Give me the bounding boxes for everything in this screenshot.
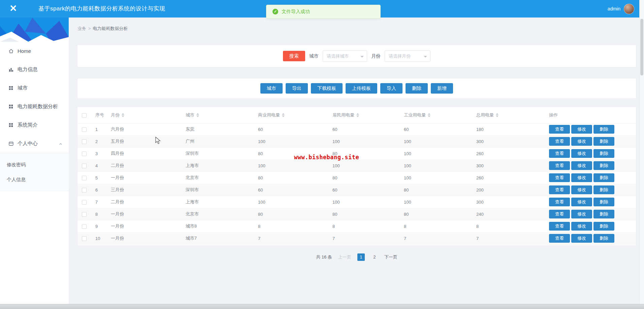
delete-row-button[interactable]: 删除 <box>593 185 614 194</box>
delete-row-button[interactable]: 删除 <box>593 234 614 243</box>
view-button[interactable]: 查看 <box>549 185 570 194</box>
sidebar-item-power-info[interactable]: 电力信息 <box>0 60 69 79</box>
edit-button[interactable]: 修改 <box>571 210 592 218</box>
delete-row-button[interactable]: 删除 <box>593 173 614 182</box>
pagination-next-button[interactable]: 下一页 <box>384 254 397 260</box>
sidebar-item-power-analysis[interactable]: 电力能耗数据分析 <box>0 97 69 116</box>
sort-carets-icon[interactable] <box>428 113 430 117</box>
watermark: www.bishebang.site <box>294 154 359 161</box>
delete-row-button[interactable]: 删除 <box>593 198 614 206</box>
scrollbar-thumb[interactable] <box>640 19 643 75</box>
row-checkbox[interactable] <box>82 151 87 156</box>
pagination-page-1[interactable]: 1 <box>357 253 365 261</box>
add-button[interactable]: 新增 <box>431 83 453 94</box>
pagination-page-2[interactable]: 2 <box>371 253 378 261</box>
edit-button[interactable]: 修改 <box>571 173 592 182</box>
edit-button[interactable]: 修改 <box>571 149 592 158</box>
view-button[interactable]: 查看 <box>549 234 570 243</box>
app-logo-x-icon[interactable]: ✕ <box>9 3 17 13</box>
breadcrumb: 业务>电力能耗数据分析 <box>77 26 128 32</box>
delete-row-button[interactable]: 删除 <box>593 125 614 134</box>
view-button[interactable]: 查看 <box>549 125 570 134</box>
breadcrumb-separator: > <box>88 26 91 31</box>
edit-button[interactable]: 修改 <box>571 185 592 194</box>
cell-resident: 100 <box>328 196 399 208</box>
month-select-placeholder: 请选择月份 <box>389 53 411 59</box>
row-checkbox[interactable] <box>82 236 87 241</box>
delete-row-button[interactable]: 删除 <box>593 222 614 231</box>
column-header-total[interactable]: 总用电量 <box>472 107 545 123</box>
cell-month: 二月份 <box>106 196 181 208</box>
row-checkbox[interactable] <box>82 164 87 168</box>
export-button[interactable]: 导出 <box>286 83 308 94</box>
sidebar-subitem-change-password[interactable]: 修改密码 <box>0 157 69 172</box>
column-header-resident[interactable]: 居民用电量 <box>328 107 399 123</box>
select-all-checkbox[interactable] <box>82 113 87 118</box>
column-header-commercial[interactable]: 商业用电量 <box>254 107 328 123</box>
cell-total: 300 <box>472 135 545 147</box>
sidebar-item-city[interactable]: 城市 <box>0 79 69 97</box>
sidebar-item-label: 个人中心 <box>18 140 38 147</box>
sort-carets-icon[interactable] <box>122 113 124 117</box>
view-button[interactable]: 查看 <box>549 173 570 182</box>
view-button[interactable]: 查看 <box>549 222 570 231</box>
sort-carets-icon[interactable] <box>196 113 199 117</box>
cell-total: 300 <box>472 196 545 208</box>
edit-button[interactable]: 修改 <box>571 222 592 231</box>
edit-button[interactable]: 修改 <box>571 198 592 206</box>
month-select[interactable]: 请选择月份 <box>385 50 430 62</box>
download-template-button[interactable]: 下载模板 <box>311 83 343 94</box>
view-button[interactable]: 查看 <box>549 161 570 170</box>
row-checkbox[interactable] <box>82 200 87 205</box>
cell-commercial: 8 <box>254 220 328 232</box>
view-button[interactable]: 查看 <box>549 149 570 158</box>
sort-carets-icon[interactable] <box>496 113 498 117</box>
avatar[interactable] <box>624 4 634 14</box>
import-button[interactable]: 导入 <box>380 83 402 94</box>
row-checkbox[interactable] <box>82 224 87 229</box>
sort-carets-icon[interactable] <box>282 113 285 117</box>
city-select[interactable]: 请选择城市 <box>323 50 367 62</box>
row-checkbox[interactable] <box>82 188 87 193</box>
row-checkbox[interactable] <box>82 176 87 180</box>
delete-row-button[interactable]: 删除 <box>593 149 614 158</box>
sidebar-decoration <box>0 18 69 42</box>
city-button[interactable]: 城市 <box>260 83 283 94</box>
column-header-city[interactable]: 城市 <box>181 107 254 123</box>
home-icon <box>8 48 14 54</box>
cell-city: 城市8 <box>181 220 254 232</box>
pagination-prev-button[interactable]: 上一页 <box>338 254 351 260</box>
cell-index: 5 <box>91 172 106 184</box>
row-checkbox[interactable] <box>82 127 87 132</box>
cell-industrial: 100 <box>399 160 472 172</box>
edit-button[interactable]: 修改 <box>571 125 592 134</box>
edit-button[interactable]: 修改 <box>571 234 592 243</box>
column-header-industrial[interactable]: 工业用电量 <box>399 107 472 123</box>
breadcrumb-section[interactable]: 业务 <box>77 26 86 31</box>
edit-button[interactable]: 修改 <box>571 161 592 170</box>
edit-button[interactable]: 修改 <box>571 137 592 146</box>
view-button[interactable]: 查看 <box>549 137 570 146</box>
scrollbar-track[interactable] <box>639 0 644 309</box>
view-button[interactable]: 查看 <box>549 198 570 206</box>
sidebar-item-home[interactable]: Home <box>0 42 69 60</box>
sidebar-item-personal-center[interactable]: 个人中心 <box>0 134 69 153</box>
column-header-month[interactable]: 月份 <box>106 107 181 123</box>
sort-carets-icon[interactable] <box>356 113 359 117</box>
user-menu[interactable]: admin <box>608 0 634 18</box>
delete-row-button[interactable]: 删除 <box>593 137 614 146</box>
sidebar-item-system-intro[interactable]: 系统简介 <box>0 116 69 134</box>
cell-industrial: 8 <box>399 220 472 232</box>
row-checkbox[interactable] <box>82 212 87 217</box>
upload-template-button[interactable]: 上传模板 <box>346 83 377 94</box>
row-checkbox[interactable] <box>82 139 87 144</box>
cell-index: 9 <box>91 220 106 232</box>
sidebar-subitem-personal-info[interactable]: 个人信息 <box>0 172 69 187</box>
search-button[interactable]: 搜索 <box>283 51 305 61</box>
view-button[interactable]: 查看 <box>549 210 570 218</box>
cell-index: 6 <box>91 184 106 196</box>
delete-button[interactable]: 删除 <box>406 83 428 94</box>
delete-row-button[interactable]: 删除 <box>593 161 614 170</box>
column-header-index: 序号 <box>91 107 106 123</box>
delete-row-button[interactable]: 删除 <box>593 210 614 218</box>
